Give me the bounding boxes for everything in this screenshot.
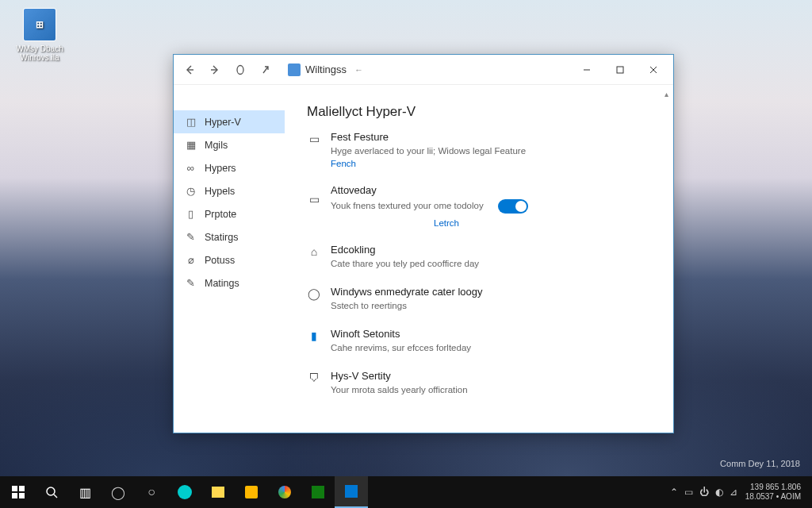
feature-icon: ▭ [307, 132, 321, 146]
taskbar-app-5[interactable] [235, 476, 268, 508]
bag-icon: ⌂ [307, 244, 321, 259]
shield-icon: ◯ [307, 287, 321, 301]
desktop: ⊞ WMsy Dbach Winrovs.ila Comm Dey 11, 20… [0, 0, 812, 508]
svg-point-3 [47, 487, 55, 495]
taskbar: ▥ ◯ ○ ⌃ ▭ ⏻ ◐ ⊿ 139 865 1.806 18.0537 • … [0, 476, 812, 508]
window-title-text: Wiltingss [305, 64, 347, 75]
minimize-button[interactable] [570, 57, 603, 83]
tray-clock[interactable]: 139 865 1.806 18.0537 • AOIM [745, 483, 801, 502]
sidebar-item-label: Hyper-V [205, 117, 241, 128]
grid-icon: ▦ [185, 139, 197, 151]
sidebar-item-prptote[interactable]: ▯ Prptote [174, 202, 285, 225]
desktop-shortcut[interactable]: ⊞ WMsy Dbach Winrovs.ila [12, 8, 67, 62]
watermark-text: Comm Dey 11, 2018 [720, 459, 800, 468]
windows-logo-icon [12, 486, 25, 498]
battery-icon[interactable]: ▭ [684, 487, 693, 498]
arrow-left-icon [184, 64, 195, 75]
window-title: Wiltingss ← [288, 64, 363, 76]
titlebar: Wiltingss ← [174, 55, 673, 85]
setting-desc: Cahe nrevims, sur efcces forlteday [331, 341, 651, 354]
sidebar-item-hyperv[interactable]: ◫ Hyper-V [174, 110, 285, 133]
setting-desc: Hyge averlaced to your lii; Widows legal… [331, 144, 651, 157]
app-icon [288, 64, 301, 76]
setting-sublink[interactable]: Letrch [434, 218, 651, 228]
up-button[interactable] [253, 57, 278, 83]
setting-title: Edcokling [331, 244, 651, 256]
main-panel: ▴ Maliellyct Hyper-V ▭ Fest Festure Hyge… [285, 85, 673, 433]
doc-icon: ▯ [185, 208, 197, 220]
sidebar-item-hypels[interactable]: ◷ Hypels [174, 179, 285, 202]
setting-desc: Youk fnens textured your ome todoloy [331, 199, 484, 212]
back-button[interactable] [177, 57, 202, 83]
edge-icon [178, 485, 192, 499]
shortcut-icon: ⊞ [23, 8, 56, 41]
taskbar-app-6[interactable] [268, 476, 301, 508]
taskbar-app-3[interactable] [168, 476, 201, 508]
task-view-button[interactable]: ▥ [68, 476, 102, 508]
sidebar-item-hypers[interactable]: ∞ Hypers [174, 156, 285, 179]
link2-icon: ⌀ [185, 254, 197, 266]
lock-icon: ⛉ [307, 371, 321, 385]
forward-button[interactable] [202, 57, 228, 83]
setting-winoft: ▮ Winoft Setonits Cahe nrevims, sur efcc… [307, 328, 651, 354]
settings-taskbar-icon [345, 485, 358, 498]
svg-point-0 [237, 65, 243, 74]
refresh-button[interactable] [228, 57, 253, 83]
sidebar: ◫ Hyper-V ▦ Mgils ∞ Hypers ◷ Hypels ▯ [174, 85, 285, 433]
maximize-button[interactable] [603, 57, 637, 83]
taskbar-app-settings[interactable] [335, 476, 368, 508]
power-icon[interactable]: ⏻ [699, 487, 709, 498]
setting-desc: Cate thare you tely ped coofficre day [331, 257, 651, 270]
taskbar-app-2[interactable]: ○ [135, 476, 168, 508]
setting-title: Attoveday [331, 184, 651, 196]
taskbar-app-7[interactable] [301, 476, 335, 508]
sidebar-item-label: Potuss [205, 255, 235, 266]
network-icon[interactable]: ⊿ [730, 487, 737, 498]
explorer-icon [212, 487, 224, 498]
clock-line2: 18.0537 • AOIM [745, 492, 801, 502]
volume-icon[interactable]: ◐ [715, 487, 723, 498]
sidebar-item-potuss[interactable]: ⌀ Potuss [174, 248, 285, 271]
server-icon: ▮ [307, 329, 321, 343]
clock-line1: 139 865 1.806 [745, 483, 801, 492]
setting-title: Windyws enmedyrate cater loogy [331, 286, 651, 298]
close-button[interactable] [637, 57, 670, 83]
clock-icon: ◷ [185, 185, 197, 197]
maximize-icon [616, 66, 624, 74]
shortcut-label: WMsy Dbach Winrovs.ila [12, 44, 67, 62]
system-tray: ⌃ ▭ ⏻ ◐ ⊿ 139 865 1.806 18.0537 • AOIM [670, 483, 810, 502]
window-controls [570, 57, 670, 83]
arrow-right-icon [209, 64, 220, 75]
close-icon [649, 66, 657, 74]
sidebar-item-label: Statirgs [205, 232, 238, 243]
toggle-switch[interactable] [498, 199, 528, 214]
scroll-up-icon[interactable]: ▴ [665, 90, 668, 98]
window-content: ◫ Hyper-V ▦ Mgils ∞ Hypers ◷ Hypels ▯ [174, 85, 673, 433]
start-button[interactable] [2, 476, 35, 508]
chevron-left-icon: ← [354, 65, 363, 75]
setting-title: Fest Festure [331, 131, 651, 143]
tray-chevron-icon[interactable]: ⌃ [670, 487, 678, 498]
setting-title: Winoft Setonits [331, 328, 651, 340]
search-icon [45, 486, 58, 498]
sidebar-item-matings[interactable]: ✎ Matings [174, 271, 285, 294]
tray-icons[interactable]: ⌃ ▭ ⏻ ◐ ⊿ [670, 487, 737, 498]
svg-line-4 [54, 495, 57, 498]
setting-feature: ▭ Fest Festure Hyge averlaced to your li… [307, 131, 651, 168]
search-button[interactable] [35, 476, 68, 508]
setting-link[interactable]: Fench [331, 159, 651, 168]
taskbar-app-1[interactable]: ◯ [102, 476, 135, 508]
sidebar-item-label: Hypers [205, 163, 236, 174]
pen-icon: ✎ [185, 231, 197, 243]
page-title: Maliellyct Hyper-V [307, 104, 651, 120]
sidebar-item-mgils[interactable]: ▦ Mgils [174, 133, 285, 156]
excel-icon [312, 486, 324, 498]
link-icon: ∞ [185, 162, 197, 174]
taskbar-app-4[interactable] [201, 476, 235, 508]
loop-icon [236, 64, 245, 75]
setting-windyws: ◯ Windyws enmedyrate cater loogy Sstech … [307, 286, 651, 312]
sidebar-item-statirgs[interactable]: ✎ Statirgs [174, 225, 285, 248]
app-icon-yellow [245, 486, 258, 498]
arrow-up-right-icon [261, 65, 270, 75]
pen2-icon: ✎ [185, 277, 197, 289]
